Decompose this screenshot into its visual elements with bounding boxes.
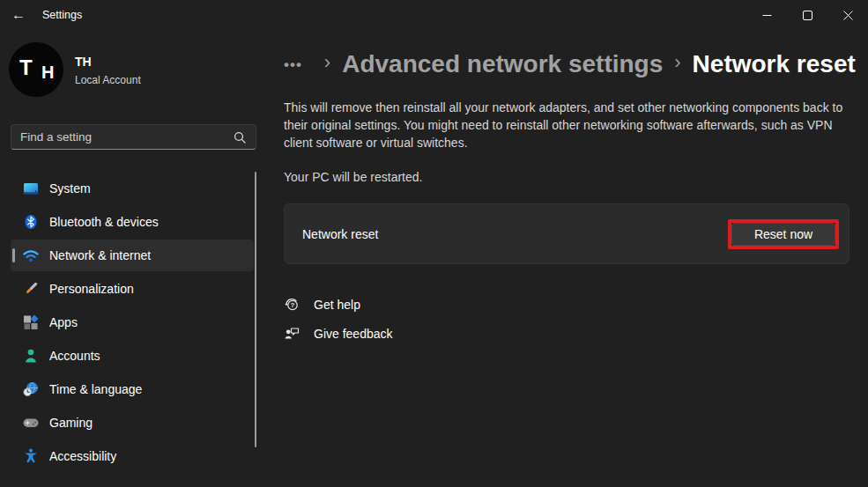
avatar-initial: H [41, 63, 54, 83]
wifi-icon [23, 247, 39, 263]
app-title: Settings [42, 9, 82, 21]
minimize-button[interactable] [746, 0, 787, 30]
bluetooth-icon [23, 214, 39, 230]
sidebar-item-system[interactable]: System [11, 173, 254, 204]
breadcrumb: ••• › Advanced network settings › Networ… [284, 50, 856, 78]
sidebar-item-label: Time & language [49, 382, 142, 396]
account-name: TH [75, 55, 92, 69]
selection-pill [12, 248, 15, 262]
chevron-right-icon: › [324, 51, 330, 77]
close-button[interactable] [827, 0, 868, 30]
sidebar-item-accounts[interactable]: Accounts [11, 340, 254, 372]
restart-note: Your PC will be restarted. [284, 170, 422, 184]
maximize-button[interactable] [787, 0, 827, 30]
avatar-initial: T [19, 55, 33, 80]
person-icon [23, 348, 39, 364]
chevron-right-icon: › [674, 51, 680, 77]
page-title: Network reset [693, 50, 856, 78]
title-bar: ← Settings [0, 0, 868, 30]
sidebar-item-label: Apps [49, 315, 78, 329]
main-content: ••• › Advanced network settings › Networ… [283, 30, 868, 487]
clock-globe-icon [23, 381, 39, 397]
description-text: This will remove then reinstall all your… [284, 99, 858, 151]
avatar[interactable]: T H [9, 42, 63, 97]
search-input[interactable]: Find a setting [11, 124, 256, 150]
window-controls [746, 0, 868, 30]
sidebar-item-label: Bluetooth & devices [49, 215, 159, 229]
get-help-label: Get help [314, 298, 360, 312]
gamepad-icon [23, 415, 39, 431]
sidebar-item-accessibility[interactable]: Accessibility [11, 440, 254, 472]
sidebar-item-label: Accessibility [49, 449, 116, 463]
sidebar-item-gaming[interactable]: Gaming [11, 407, 254, 439]
sidebar-item-label: Accounts [49, 349, 100, 363]
sidebar-item-label: Network & internet [49, 248, 151, 262]
sidebar-item-apps[interactable]: Apps [11, 306, 254, 338]
get-help-icon: ? [284, 296, 300, 313]
network-reset-label: Network reset [302, 227, 728, 241]
network-reset-card: Network reset Reset now [284, 203, 849, 264]
svg-text:?: ? [291, 301, 295, 309]
get-help-link[interactable]: ? Get help [284, 290, 393, 319]
help-links: ? Get help Give feedback [284, 290, 393, 348]
sidebar-item-network-internet[interactable]: Network & internet [11, 240, 254, 271]
sidebar-item-bluetooth[interactable]: Bluetooth & devices [11, 206, 254, 238]
apps-icon [23, 314, 39, 330]
search-icon [233, 130, 247, 144]
annotation-highlight: Reset now [728, 219, 839, 249]
minimize-icon [762, 11, 772, 20]
give-feedback-link[interactable]: Give feedback [284, 319, 393, 348]
maximize-icon [803, 11, 812, 20]
sidebar-item-label: Gaming [49, 416, 93, 430]
sidebar: T H TH Local Account Find a setting Syst… [0, 30, 264, 487]
sidebar-item-label: Personalization [49, 282, 134, 296]
breadcrumb-parent-link[interactable]: Advanced network settings [342, 50, 663, 78]
account-type: Local Account [75, 74, 141, 86]
sidebar-nav: System Bluetooth & devices Network & int… [0, 171, 264, 474]
display-icon [23, 181, 39, 196]
breadcrumb-overflow-button[interactable]: ••• [284, 55, 302, 74]
search-placeholder: Find a setting [20, 130, 233, 144]
give-feedback-label: Give feedback [314, 327, 393, 341]
feedback-icon [284, 325, 300, 342]
sidebar-item-personalization[interactable]: Personalization [11, 273, 254, 305]
accessibility-icon [23, 448, 39, 464]
sidebar-item-label: System [49, 181, 91, 196]
back-button[interactable]: ← [0, 0, 37, 30]
sidebar-scrollbar[interactable] [255, 172, 256, 447]
close-icon [843, 11, 853, 20]
back-arrow-icon: ← [11, 7, 26, 23]
reset-now-button[interactable]: Reset now [731, 223, 835, 246]
sidebar-item-time-language[interactable]: Time & language [11, 373, 254, 405]
brush-icon [23, 281, 39, 297]
